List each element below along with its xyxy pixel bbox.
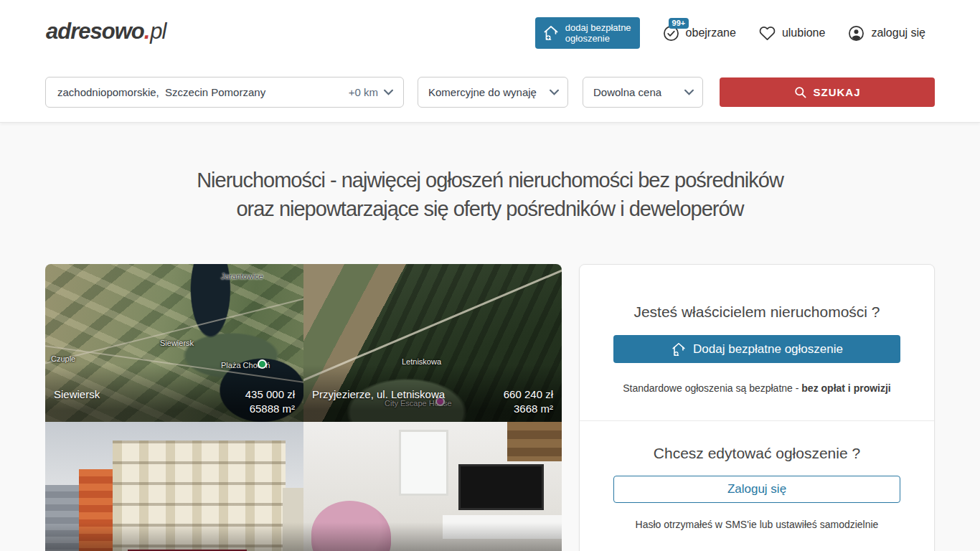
map-marker-icon: [258, 359, 267, 369]
edit-note: Hasło otrzymałeś w SMS'ie lub ustawiłeś …: [580, 519, 934, 530]
page-title: Nieruchomości - najwięcej ogłoszeń nieru…: [0, 166, 980, 223]
listing-area: 3668 m²: [514, 402, 553, 415]
map-label: Letniskowa: [402, 357, 441, 366]
listing-card-lublin[interactable]: Lublin Śródmieście, ul. 545 000 zł: [45, 422, 303, 551]
radius-dropdown[interactable]: +0 km: [349, 86, 393, 98]
listing-meta: Przyjezierze, ul. Letniskowa 660 240 zł …: [303, 383, 562, 422]
map-label: Siewiersk: [160, 339, 194, 347]
magnifier-icon: [793, 85, 807, 99]
owner-heading: Jesteś właścicielem nieruchomości ?: [580, 303, 934, 321]
viewed-label: obejrzane: [686, 27, 736, 39]
owner-note-text: Standardowe ogłoszenia są bezpłatne -: [623, 382, 801, 394]
map-label: Jarantowice: [221, 272, 263, 281]
listing-card-wola[interactable]: Wola Zglobieńska 899 000 zł: [303, 422, 562, 551]
listing-interior-photo: [303, 422, 562, 551]
map-label: Czuple: [51, 354, 75, 363]
viewed-count-badge: 99+: [669, 18, 689, 29]
login-button[interactable]: Zaloguj się: [613, 476, 900, 503]
owner-panel: Jesteś właścicielem nieruchomości ? Doda…: [579, 264, 935, 551]
favorites-label: ulubione: [782, 27, 826, 39]
owner-note-bold: bez opłat i prowizji: [801, 382, 890, 394]
logo-brand: adresowo: [46, 19, 144, 44]
listing-name: Przyjezierze, ul. Letniskowa: [312, 387, 456, 416]
favorites-link[interactable]: ulubione: [759, 25, 826, 42]
heart-icon: [759, 25, 776, 42]
listings-grid: Jarantowice Siewiersk Plaża Choceń Czupl…: [45, 264, 562, 551]
chevron-down-icon: [684, 89, 694, 95]
add-listing-button[interactable]: dodaj bezpłatne ogłoszenie: [535, 17, 640, 49]
listing-name: Siewiersk: [54, 387, 197, 416]
page-title-line1: Nieruchomości - najwięcej ogłoszeń nieru…: [197, 169, 783, 192]
owner-note: Standardowe ogłoszenia są bezpłatne - be…: [580, 382, 934, 394]
price-dropdown[interactable]: Dowolna cena: [583, 77, 703, 108]
house-plus-icon: [542, 24, 560, 42]
listing-card-przyjezierze[interactable]: Letniskowa City Escape House Przyjezierz…: [303, 264, 562, 422]
search-button-label: SZUKAJ: [813, 86, 860, 98]
listing-card-siewiersk[interactable]: Jarantowice Siewiersk Plaża Choceń Czupl…: [45, 264, 303, 422]
price-value: Dowolna cena: [593, 86, 661, 98]
house-plus-icon: [671, 342, 687, 357]
viewed-link[interactable]: 99+ obejrzane: [663, 25, 736, 42]
listing-price: 660 240 zł: [504, 388, 553, 400]
login-link[interactable]: zaloguj się: [848, 25, 925, 42]
chevron-down-icon: [384, 89, 393, 95]
panel-divider: [580, 420, 934, 421]
listing-meta: Siewiersk 435 000 zł 65888 m²: [45, 383, 303, 422]
category-value: Komercyjne do wynaję: [428, 86, 537, 98]
add-free-listing-button[interactable]: Dodaj bezpłatne ogłoszenie: [613, 335, 900, 363]
page: adresowo.pl dodaj bezpłatne ogłoszenie 9…: [0, 0, 980, 551]
login-button-label: Zaloguj się: [727, 482, 786, 496]
radius-value: +0 km: [349, 86, 378, 98]
listing-price: 435 000 zł: [245, 388, 295, 400]
listing-building-photo: [45, 422, 303, 551]
add-listing-label-2: ogłoszenie: [565, 33, 610, 44]
login-label: zaloguj się: [871, 27, 925, 39]
add-free-listing-label: Dodaj bezpłatne ogłoszenie: [693, 342, 843, 357]
header: adresowo.pl dodaj bezpłatne ogłoszenie 9…: [0, 0, 980, 123]
user-icon: [848, 25, 864, 42]
header-actions: dodaj bezpłatne ogłoszenie 99+ obejrzane…: [535, 17, 925, 49]
category-dropdown[interactable]: Komercyjne do wynaję: [418, 77, 568, 108]
location-value: zachodniopomorskie, Szczecin Pomorzany: [57, 86, 349, 98]
page-title-line2: oraz niepowtarzające się oferty pośredni…: [236, 197, 743, 220]
edit-heading: Chcesz edytować ogłoszenie ?: [580, 445, 934, 462]
chevron-down-icon: [550, 89, 559, 95]
logo-tld: pl: [150, 19, 166, 44]
location-input[interactable]: zachodniopomorskie, Szczecin Pomorzany +…: [45, 77, 404, 108]
search-button[interactable]: SZUKAJ: [720, 77, 935, 107]
add-listing-label-1: dodaj bezpłatne: [565, 22, 631, 33]
listing-area: 65888 m²: [250, 402, 295, 415]
site-logo[interactable]: adresowo.pl: [46, 19, 166, 44]
